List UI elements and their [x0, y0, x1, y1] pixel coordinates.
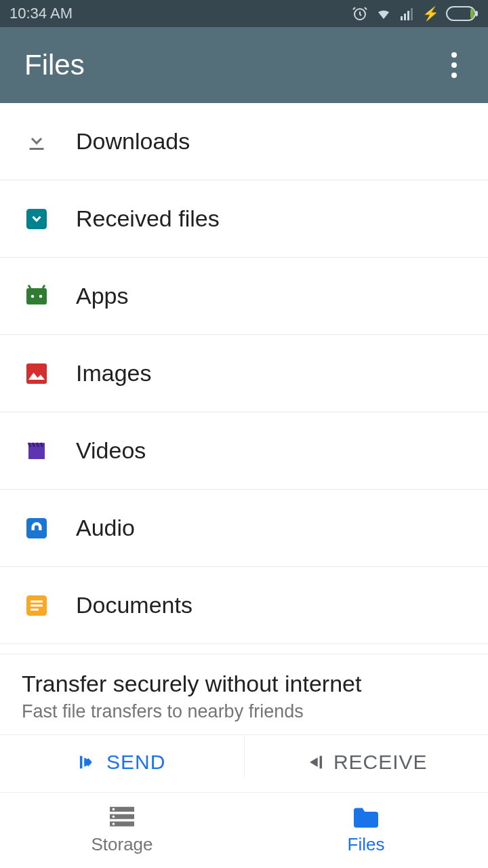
svg-rect-6	[475, 11, 478, 16]
more-options-button[interactable]	[445, 45, 464, 85]
category-downloads[interactable]: Downloads	[0, 103, 488, 180]
app-bar: Files	[0, 27, 488, 103]
nav-storage-label: Storage	[91, 834, 152, 855]
category-label: Audio	[76, 515, 135, 541]
status-bar: 10:34 AM ⚡	[0, 0, 488, 27]
documents-icon	[24, 593, 49, 618]
send-arrow-icon	[78, 753, 97, 772]
send-label: SEND	[106, 751, 165, 774]
category-label: Received files	[76, 205, 220, 232]
svg-rect-16	[30, 604, 43, 606]
send-button[interactable]: SEND	[0, 735, 245, 778]
nav-storage[interactable]: Storage	[0, 793, 244, 868]
category-received-files[interactable]: Received files	[0, 180, 488, 258]
transfer-title: Transfer securely without internet	[22, 671, 466, 697]
svg-rect-4	[411, 8, 413, 20]
received-icon	[24, 207, 49, 231]
category-list: Downloads Received files Apps Images Vid…	[0, 103, 488, 644]
svg-rect-1	[401, 16, 403, 20]
nav-files[interactable]: Files	[244, 793, 488, 868]
download-icon	[24, 130, 49, 154]
bottom-nav: Storage Files	[0, 792, 488, 868]
svg-point-11	[39, 294, 43, 298]
svg-point-22	[113, 815, 115, 818]
videos-icon	[24, 439, 49, 463]
folder-icon	[351, 806, 381, 830]
signal-icon	[399, 5, 415, 22]
receive-arrow-icon	[305, 753, 324, 772]
audio-icon	[24, 516, 49, 540]
svg-point-10	[31, 294, 35, 298]
images-icon	[24, 361, 49, 386]
charging-icon: ⚡	[422, 5, 439, 22]
category-label: Documents	[76, 592, 192, 618]
nav-files-label: Files	[348, 834, 385, 855]
category-label: Images	[76, 360, 152, 387]
svg-rect-17	[30, 608, 39, 610]
svg-rect-13	[26, 518, 47, 538]
receive-label: RECEIVE	[333, 751, 428, 774]
category-images[interactable]: Images	[0, 335, 488, 412]
transfer-section: Transfer securely without internet Fast …	[0, 654, 488, 778]
svg-rect-7	[470, 9, 474, 18]
category-label: Apps	[76, 283, 129, 309]
apps-icon	[24, 284, 49, 309]
category-label: Downloads	[76, 128, 190, 155]
transfer-subtitle: Fast file transfers to nearby friends	[22, 701, 466, 722]
svg-point-23	[113, 823, 115, 825]
battery-icon	[446, 6, 479, 21]
svg-rect-15	[30, 600, 43, 602]
category-documents[interactable]: Documents	[0, 567, 488, 644]
svg-point-21	[113, 808, 115, 811]
svg-rect-12	[26, 363, 47, 384]
status-time: 10:34 AM	[9, 5, 73, 22]
app-title: Files	[24, 49, 85, 81]
category-label: Videos	[76, 437, 146, 464]
wifi-icon	[375, 5, 392, 22]
status-icons: ⚡	[352, 5, 479, 22]
alarm-icon	[352, 5, 368, 22]
receive-button[interactable]: RECEIVE	[245, 735, 489, 778]
transfer-header: Transfer securely without internet Fast …	[0, 654, 488, 734]
category-audio[interactable]: Audio	[0, 490, 488, 567]
svg-rect-3	[407, 11, 409, 20]
category-videos[interactable]: Videos	[0, 412, 488, 490]
category-apps[interactable]: Apps	[0, 258, 488, 335]
svg-rect-9	[26, 288, 47, 304]
transfer-buttons: SEND RECEIVE	[0, 734, 488, 778]
svg-rect-2	[404, 14, 406, 20]
storage-icon	[107, 806, 137, 830]
